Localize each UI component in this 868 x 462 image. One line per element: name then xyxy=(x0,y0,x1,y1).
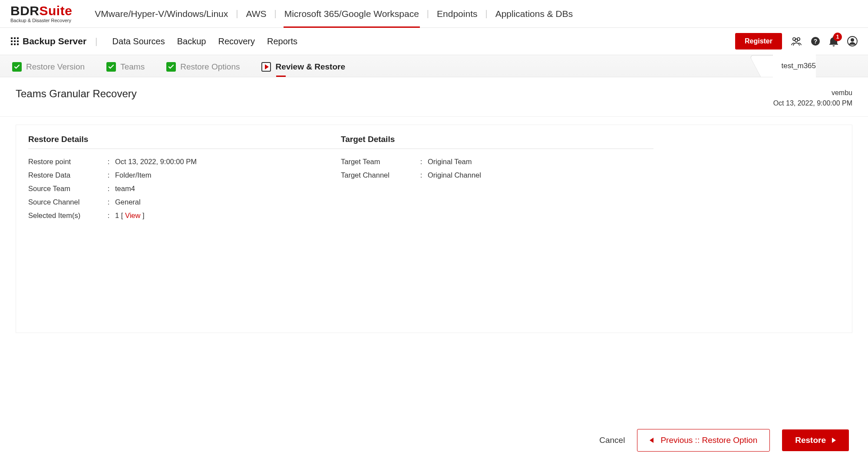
value: team4 xyxy=(115,185,135,193)
colon: : xyxy=(102,198,115,206)
nav-data-sources[interactable]: Data Sources xyxy=(106,36,171,46)
play-icon xyxy=(261,62,271,72)
colon: : xyxy=(415,158,428,166)
view-link[interactable]: View xyxy=(125,211,140,219)
svg-rect-7 xyxy=(14,43,16,45)
label: Restore Data xyxy=(28,171,102,179)
svg-rect-8 xyxy=(17,43,19,45)
value: Original Team xyxy=(428,158,472,166)
step-label: Review & Restore xyxy=(275,62,345,72)
row-restore-point: Restore point : Oct 13, 2022, 9:00:00 PM xyxy=(28,155,341,168)
second-nav: Backup Server | Data Sources Backup Reco… xyxy=(0,28,868,55)
nav-recovery[interactable]: Recovery xyxy=(212,36,261,46)
separator: | xyxy=(426,9,430,19)
svg-rect-6 xyxy=(11,43,13,45)
colon: : xyxy=(102,171,115,179)
notifications-icon[interactable]: 1 xyxy=(829,36,838,46)
row-target-team: Target Team : Original Team xyxy=(341,155,653,168)
label: Target Channel xyxy=(341,171,415,179)
svg-rect-5 xyxy=(17,40,19,42)
row-source-channel: Source Channel : General xyxy=(28,195,341,209)
top-nav-items: VMware/Hyper-V/Windows/Linux | AWS | Mic… xyxy=(88,6,580,22)
bracket: ] xyxy=(140,211,144,219)
svg-rect-0 xyxy=(11,37,13,39)
page-meta: vembu Oct 13, 2022, 9:00:00 PM xyxy=(773,88,852,109)
separator: | xyxy=(235,9,239,19)
separator: | xyxy=(86,36,106,46)
details-panel: Restore Details Restore point : Oct 13, … xyxy=(16,125,852,333)
check-icon xyxy=(166,62,176,72)
step-restore-options[interactable]: Restore Options xyxy=(166,62,240,72)
row-restore-data: Restore Data : Folder/Item xyxy=(28,168,341,182)
topnav-item-m365[interactable]: Microsoft 365/Google Workspace xyxy=(277,6,426,22)
logo-suffix: Suite xyxy=(40,3,73,18)
label: Source Team xyxy=(28,185,102,193)
wizard-bar: Restore Version Teams Restore Options Re… xyxy=(0,55,868,77)
row-target-channel: Target Channel : Original Channel xyxy=(341,168,653,182)
user-account-icon[interactable] xyxy=(847,36,858,46)
value: Original Channel xyxy=(428,171,481,179)
row-source-team: Source Team : team4 xyxy=(28,182,341,195)
meta-time: Oct 13, 2022, 9:00:00 PM xyxy=(773,98,852,109)
check-icon xyxy=(106,62,116,72)
restore-details-title: Restore Details xyxy=(28,135,341,149)
target-details-column: Target Details Target Team : Original Te… xyxy=(341,135,653,222)
logo[interactable]: BDRSuite Backup & Disaster Recovery xyxy=(10,4,72,23)
wizard-steps: Restore Version Teams Restore Options Re… xyxy=(12,62,345,72)
context-label: test_m365 xyxy=(782,62,816,70)
topnav-item-apps[interactable]: Applications & DBs xyxy=(488,6,580,22)
colon: : xyxy=(102,185,115,193)
row-selected-items: Selected Item(s) : 1 [ View ] xyxy=(28,209,341,222)
apps-grid-icon[interactable] xyxy=(10,37,19,46)
bracket: [ xyxy=(121,211,125,219)
wizard-context: test_m365 xyxy=(773,55,868,77)
value: General xyxy=(115,198,141,206)
svg-rect-2 xyxy=(17,37,19,39)
step-teams[interactable]: Teams xyxy=(106,62,145,72)
topnav-item-aws[interactable]: AWS xyxy=(239,6,274,22)
value: Folder/Item xyxy=(115,171,151,179)
label: Source Channel xyxy=(28,198,102,206)
target-details-title: Target Details xyxy=(341,135,653,149)
register-button[interactable]: Register xyxy=(735,33,782,50)
logo-prefix: BDR xyxy=(10,3,40,18)
svg-rect-4 xyxy=(14,40,16,42)
step-label: Restore Version xyxy=(26,62,85,72)
label: Restore point xyxy=(28,158,102,166)
svg-point-15 xyxy=(851,38,854,42)
separator: | xyxy=(274,9,277,19)
check-icon xyxy=(12,62,22,72)
logo-text: BDRSuite xyxy=(10,4,72,17)
help-icon[interactable]: ? xyxy=(811,36,820,46)
active-underline xyxy=(276,76,286,77)
users-icon[interactable] xyxy=(791,36,802,46)
restore-details-column: Restore Details Restore point : Oct 13, … xyxy=(28,135,341,222)
separator: | xyxy=(484,9,488,19)
backup-server-label[interactable]: Backup Server xyxy=(23,36,86,46)
selected-count: 1 xyxy=(115,211,119,219)
second-nav-left: Backup Server | Data Sources Backup Reco… xyxy=(10,36,304,46)
step-label: Restore Options xyxy=(180,62,240,72)
value: 1 [ View ] xyxy=(115,211,145,220)
step-review-restore[interactable]: Review & Restore xyxy=(261,62,345,72)
meta-user: vembu xyxy=(773,88,852,98)
svg-rect-1 xyxy=(14,37,16,39)
step-label: Teams xyxy=(120,62,145,72)
colon: : xyxy=(102,211,115,220)
nav-backup[interactable]: Backup xyxy=(171,36,212,46)
topnav-item-vmware[interactable]: VMware/Hyper-V/Windows/Linux xyxy=(88,6,235,22)
colon: : xyxy=(102,158,115,166)
svg-rect-3 xyxy=(11,40,13,42)
second-nav-right: Register ? 1 xyxy=(735,33,858,50)
value: Oct 13, 2022, 9:00:00 PM xyxy=(115,158,197,166)
topnav-item-endpoints[interactable]: Endpoints xyxy=(430,6,484,22)
colon: : xyxy=(415,171,428,179)
label: Selected Item(s) xyxy=(28,211,102,220)
page-title: Teams Granular Recovery xyxy=(16,88,137,100)
notification-badge: 1 xyxy=(833,33,842,41)
label: Target Team xyxy=(341,158,415,166)
step-restore-version[interactable]: Restore Version xyxy=(12,62,85,72)
nav-reports[interactable]: Reports xyxy=(261,36,304,46)
page-header: Teams Granular Recovery vembu Oct 13, 20… xyxy=(0,77,868,117)
svg-text:?: ? xyxy=(814,38,818,45)
